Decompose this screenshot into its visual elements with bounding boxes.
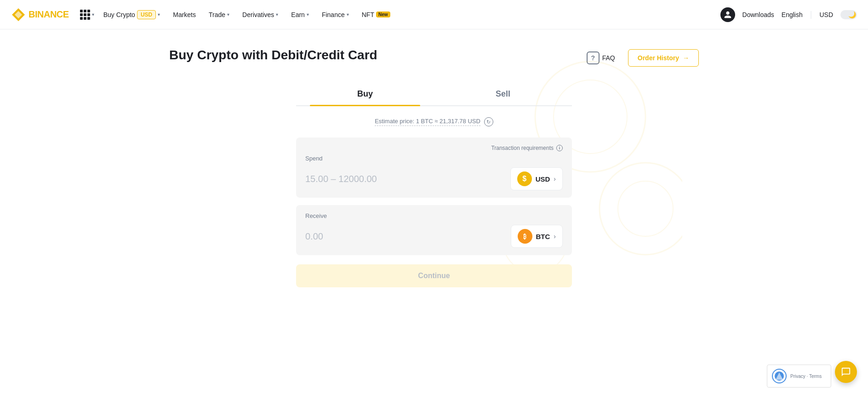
nav-finance[interactable]: Finance ▾: [316, 7, 354, 22]
faq-icon: ?: [587, 51, 600, 64]
info-icon[interactable]: i: [556, 145, 563, 151]
receive-value-row: 0.00 ₿ BTC ›: [305, 225, 563, 248]
dark-mode-toggle[interactable]: [840, 10, 857, 19]
derivatives-chevron: ▾: [276, 12, 278, 17]
receive-section: Receive 0.00 ₿ BTC ›: [296, 205, 572, 255]
downloads-link[interactable]: Downloads: [742, 11, 774, 18]
buy-sell-form: Buy Sell Estimate price: 1 BTC ≈ 21,317.…: [296, 83, 572, 287]
spend-value-row: 15.00 – 12000.00 $ USD ›: [305, 167, 563, 190]
nav-trade[interactable]: Trade ▾: [203, 7, 235, 22]
recaptcha-badge: Privacy · Terms: [767, 365, 831, 388]
nav-buy-crypto[interactable]: Buy Crypto USD ▾: [98, 6, 166, 23]
nav-divider: |: [810, 10, 812, 19]
grid-icon: [80, 10, 90, 20]
spend-currency-chevron: ›: [554, 175, 556, 183]
brand-name: BINANCE: [29, 9, 69, 20]
refresh-icon[interactable]: ↻: [484, 117, 493, 126]
estimate-text: Estimate price: 1 BTC ≈ 21,317.78 USD: [375, 118, 480, 126]
estimate-row: Estimate price: 1 BTC ≈ 21,317.78 USD ↻: [296, 117, 572, 126]
tab-bar: Buy Sell: [296, 83, 572, 106]
grid-chevron-icon: ▾: [92, 12, 94, 17]
buy-crypto-chevron: ▾: [158, 12, 160, 17]
language-selector[interactable]: English: [782, 11, 803, 18]
transaction-req-row: Transaction requirements i: [305, 145, 563, 151]
header-actions: ? FAQ Order History →: [581, 48, 699, 68]
usd-badge: USD: [137, 10, 156, 19]
navbar: BINANCE ▾ Buy Crypto USD ▾ Markets Trade…: [0, 0, 868, 29]
receive-value[interactable]: 0.00: [305, 231, 323, 242]
spend-currency-name: USD: [536, 175, 550, 183]
brand-logo[interactable]: BINANCE: [11, 7, 69, 22]
svg-point-4: [600, 163, 682, 255]
tab-buy[interactable]: Buy: [296, 83, 434, 105]
spend-placeholder[interactable]: 15.00 – 12000.00: [305, 174, 377, 184]
svg-point-5: [618, 181, 673, 236]
nav-markets[interactable]: Markets: [167, 7, 201, 22]
nav-nft[interactable]: NFT New: [356, 7, 396, 22]
transaction-req-label: Transaction requirements: [491, 145, 554, 151]
nft-badge: New: [376, 11, 390, 17]
user-avatar[interactable]: [720, 7, 735, 22]
nav-items: Buy Crypto USD ▾ Markets Trade ▾ Derivat…: [98, 6, 720, 23]
chat-icon: [841, 367, 851, 377]
nav-earn[interactable]: Earn ▾: [286, 7, 314, 22]
continue-button[interactable]: Continue: [296, 264, 572, 287]
recaptcha-text: Privacy · Terms: [790, 374, 822, 379]
faq-button[interactable]: ? FAQ: [581, 48, 621, 68]
spend-label: Spend: [305, 155, 323, 162]
finance-chevron: ▾: [347, 12, 349, 17]
btc-icon: ₿: [518, 229, 532, 244]
page-header: Buy Crypto with Debit/Credit Card ? FAQ …: [169, 48, 699, 68]
trade-chevron: ▾: [227, 12, 229, 17]
nav-right: Downloads English | USD: [720, 7, 857, 22]
spend-currency-selector[interactable]: $ USD ›: [510, 167, 563, 190]
spend-input-row: Spend: [305, 155, 563, 167]
order-history-button[interactable]: Order History →: [628, 49, 699, 67]
tab-sell[interactable]: Sell: [434, 83, 572, 105]
main-content: Buy Crypto with Debit/Credit Card ? FAQ …: [158, 29, 710, 306]
spend-section: Transaction requirements i Spend 15.00 –…: [296, 137, 572, 198]
chat-widget[interactable]: [835, 361, 857, 383]
currency-selector-nav[interactable]: USD: [819, 11, 833, 18]
nav-derivatives[interactable]: Derivatives ▾: [237, 7, 284, 22]
recaptcha-logo: [772, 369, 787, 383]
receive-currency-selector[interactable]: ₿ BTC ›: [511, 225, 563, 248]
receive-label: Receive: [305, 212, 563, 219]
earn-chevron: ▾: [307, 12, 309, 17]
page-title: Buy Crypto with Debit/Credit Card: [169, 48, 377, 63]
usd-icon: $: [517, 171, 532, 186]
grid-menu-button[interactable]: ▾: [76, 10, 98, 20]
receive-currency-name: BTC: [536, 233, 550, 240]
receive-currency-chevron: ›: [554, 233, 556, 240]
